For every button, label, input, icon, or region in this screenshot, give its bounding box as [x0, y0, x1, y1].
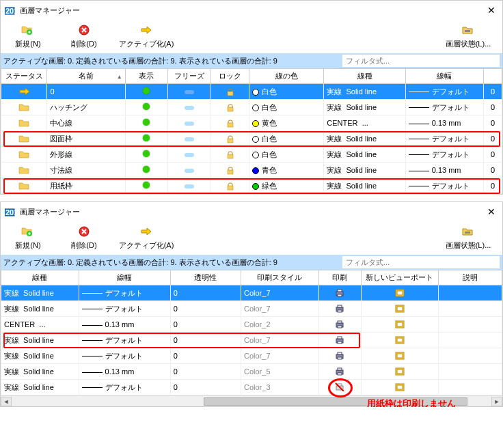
show-icon[interactable] [143, 182, 150, 188]
col-lineweight[interactable]: 線幅 [79, 270, 170, 285]
arrow-right-icon [138, 224, 154, 239]
freeze-icon[interactable] [185, 122, 194, 126]
table-row[interactable]: 実線 Solid lineデフォルト0Color_3 [1, 380, 502, 395]
table-row[interactable]: ハッチング白色実線 Solid lineデフォルト0 [1, 100, 502, 115]
newvp-icon[interactable] [394, 384, 405, 393]
table-row[interactable]: 用紙枠緑色実線 Solid lineデフォルト0 [1, 178, 502, 194]
color-swatch[interactable] [252, 120, 259, 127]
filter-input[interactable] [342, 256, 500, 268]
new-button[interactable]: 新規(N) [8, 23, 49, 49]
freeze-icon[interactable] [185, 137, 194, 141]
filter-input[interactable] [342, 55, 500, 67]
lock-icon[interactable] [225, 134, 234, 142]
app-icon [5, 206, 16, 217]
col-lineweight[interactable]: 線幅 [405, 69, 483, 84]
freeze-icon[interactable] [185, 184, 194, 188]
delete-button[interactable]: 削除(D) [64, 224, 105, 251]
col-transparency[interactable]: 透明性 [170, 270, 241, 285]
close-button[interactable]: ✕ [485, 205, 498, 219]
col-print[interactable]: 印刷 [318, 270, 361, 285]
show-icon[interactable] [143, 87, 150, 94]
col-name[interactable]: 名前▲ [47, 69, 125, 84]
folder-new-icon [20, 23, 36, 38]
table-row[interactable]: 中心線黄色CENTER ...0.13 mm0 [1, 115, 502, 131]
show-icon[interactable] [143, 166, 150, 173]
newvp-icon[interactable] [394, 322, 405, 330]
col-extra[interactable] [483, 69, 502, 84]
freeze-icon[interactable] [185, 106, 194, 110]
freeze-icon[interactable] [185, 90, 194, 94]
scroll-right-button[interactable]: ► [491, 397, 502, 406]
newvp-icon[interactable] [394, 306, 405, 314]
col-lock[interactable]: ロック [210, 69, 249, 84]
printer-icon[interactable] [334, 290, 345, 298]
lock-icon[interactable] [225, 118, 234, 126]
folder-new-icon [20, 224, 36, 239]
table-row[interactable]: 寸法線青色実線 Solid line0.13 mm0 [1, 163, 502, 178]
col-printstyle[interactable]: 印刷スタイル [241, 270, 319, 285]
newvp-icon[interactable] [394, 337, 405, 346]
show-icon[interactable] [143, 135, 150, 141]
layerstate-button[interactable]: 画層状態(L)... [441, 224, 495, 251]
newvp-icon[interactable] [394, 290, 405, 298]
col-status[interactable]: ステータス [1, 69, 47, 84]
color-swatch[interactable] [252, 167, 259, 174]
delete-button[interactable]: 削除(D) [64, 23, 105, 49]
scroll-left-button[interactable]: ◄ [1, 397, 12, 406]
sort-icon: ▲ [117, 73, 122, 79]
show-icon[interactable] [143, 119, 150, 126]
table-row[interactable]: 実線 Solid lineデフォルト0Color_7 [1, 301, 502, 317]
window-title: 画層マネージャー [20, 5, 485, 16]
activate-button[interactable]: アクティブ化(A) [120, 23, 173, 49]
newvp-icon[interactable] [394, 353, 405, 361]
printer-icon[interactable] [334, 369, 345, 377]
printer-icon[interactable] [334, 353, 345, 361]
delete-icon [76, 224, 92, 239]
window-title: 画層マネージャー [20, 207, 485, 217]
table-row[interactable]: 実線 Solid lineデフォルト0Color_7 [1, 285, 502, 301]
table-row[interactable]: 実線 Solid lineデフォルト0Color_7 [1, 333, 502, 348]
col-linetype[interactable]: 線種 [1, 270, 79, 285]
new-button[interactable]: 新規(N) [8, 224, 49, 251]
table-row[interactable]: 0白色実線 Solid lineデフォルト0 [1, 84, 502, 100]
color-swatch[interactable] [252, 104, 259, 111]
col-desc[interactable]: 説明 [439, 270, 502, 285]
table-row[interactable]: 図面枠白色実線 Solid lineデフォルト0 [1, 131, 502, 147]
printer-icon[interactable] [334, 306, 345, 314]
show-icon[interactable] [143, 150, 150, 157]
col-show[interactable]: 表示 [125, 69, 167, 84]
lock-icon[interactable] [225, 87, 234, 95]
color-swatch[interactable] [252, 136, 259, 143]
lock-icon[interactable] [225, 181, 234, 189]
layerstate-button[interactable]: 画層状態(L)... [441, 23, 495, 49]
activate-button[interactable]: アクティブ化(A) [120, 224, 173, 251]
col-linecolor[interactable]: 線の色 [249, 69, 324, 84]
lock-icon[interactable] [225, 150, 234, 158]
color-swatch[interactable] [252, 89, 259, 96]
delete-icon [76, 23, 92, 38]
status-text: アクティブな画層: 0. 定義されている画層の合計: 9. 表示されている画層の… [3, 56, 342, 66]
table-row[interactable]: 実線 Solid lineデフォルト0Color_7 [1, 348, 502, 364]
table-row[interactable]: 外形線白色実線 Solid lineデフォルト0 [1, 147, 502, 163]
freeze-icon[interactable] [185, 153, 194, 157]
printer-icon[interactable] [334, 337, 345, 346]
table-row[interactable]: 実線 Solid line0.13 mm0Color_5 [1, 364, 502, 380]
lock-icon[interactable] [225, 102, 234, 111]
layerstate-icon [460, 23, 476, 38]
lock-icon[interactable] [225, 165, 234, 173]
noprint-icon[interactable] [334, 384, 345, 393]
table-row[interactable]: CENTER ...0.13 mm0Color_2 [1, 317, 502, 333]
col-freeze[interactable]: フリーズ [167, 69, 210, 84]
col-newvp[interactable]: 新しいビューポート [361, 270, 439, 285]
printer-icon[interactable] [334, 322, 345, 330]
color-swatch[interactable] [252, 152, 259, 158]
color-swatch[interactable] [252, 183, 259, 190]
newvp-icon[interactable] [394, 369, 405, 377]
status-text: アクティブな画層: 0. 定義されている画層の合計: 9. 表示されている画層の… [3, 257, 342, 268]
arrow-right-icon [138, 23, 154, 38]
freeze-icon[interactable] [185, 169, 194, 173]
show-icon[interactable] [143, 103, 150, 110]
close-button[interactable]: ✕ [485, 3, 498, 17]
annotation-text: 用紙枠は印刷しません [367, 397, 456, 408]
col-linetype[interactable]: 線種 [324, 69, 405, 84]
